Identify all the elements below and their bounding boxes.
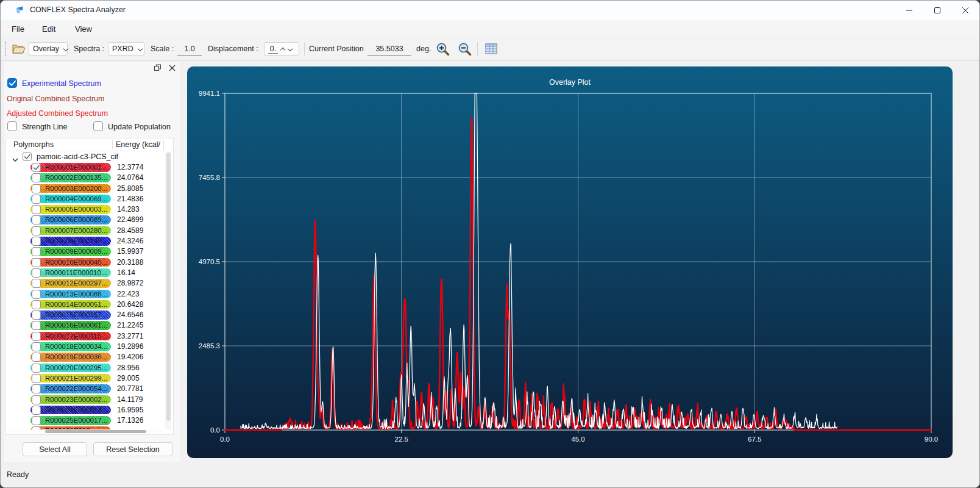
polymorph-row[interactable]: R000004E000069...21.4836: [6, 194, 163, 204]
row-checkbox[interactable]: [32, 205, 41, 214]
row-checkbox[interactable]: [32, 395, 41, 404]
experimental-spectrum-label[interactable]: Experimental Spectrum: [22, 79, 101, 88]
column-energy[interactable]: Energy (kcal/: [116, 140, 160, 149]
experimental-spectrum-checkbox[interactable]: [7, 78, 17, 88]
row-checkbox[interactable]: [32, 247, 41, 256]
column-divider[interactable]: [163, 140, 164, 149]
energy-value: 15.9937: [117, 247, 143, 256]
row-checkbox[interactable]: [32, 237, 41, 246]
polymorph-row[interactable]: R000011E000010...16.14: [6, 268, 163, 278]
displacement-spinner[interactable]: 0.: [264, 42, 299, 56]
toolbar-grip[interactable]: [5, 41, 6, 56]
row-checkbox[interactable]: [32, 300, 41, 309]
chevron-down-icon[interactable]: [288, 46, 293, 51]
polymorph-row[interactable]: R000021E000299...29.005: [6, 373, 163, 384]
scale-input[interactable]: 1.0: [177, 43, 202, 56]
polymorph-row[interactable]: R000002E000135...24.0764: [6, 173, 163, 183]
row-checkbox[interactable]: [32, 310, 41, 320]
polymorph-row[interactable]: R000022E000054...20.7781: [6, 384, 163, 394]
overlay-plot-widget[interactable]: 0.022.545.067.590.00.02485.34970.57455.8…: [187, 66, 953, 458]
overlay-plot[interactable]: 0.022.545.067.590.00.02485.34970.57455.8…: [187, 66, 953, 458]
row-checkbox[interactable]: [32, 406, 41, 415]
row-checkbox[interactable]: [32, 184, 41, 193]
scrollbar-thumb[interactable]: [45, 430, 146, 433]
polymorph-row[interactable]: R000024E000014...16.9595: [6, 405, 163, 415]
polymorph-row[interactable]: R000001E000001...12.3774: [6, 162, 163, 173]
row-checkbox[interactable]: [32, 258, 41, 267]
menu-edit[interactable]: Edit: [38, 23, 59, 35]
displacement-value[interactable]: 0.: [268, 45, 278, 54]
overlay-mode-combo[interactable]: Overlay: [29, 42, 68, 56]
update-population-checkbox[interactable]: [93, 121, 103, 131]
polymorph-row[interactable]: R000009E000009...15.9937: [6, 246, 163, 257]
polymorph-row[interactable]: R000018E000034...19.2896: [6, 342, 163, 352]
polymorph-row[interactable]: R000025E000017...17.1326: [6, 415, 163, 426]
polymorph-row[interactable]: R000006E000089...22.4699: [6, 215, 163, 225]
polymorph-color-chip: R000003E000200...: [30, 184, 111, 193]
row-checkbox[interactable]: [32, 195, 41, 204]
polymorph-color-chip: R000015E000157...: [30, 310, 111, 320]
polymorph-row[interactable]: R000016E000061...21.2245: [6, 320, 163, 331]
adjusted-combined-spectrum-label[interactable]: Adjusted Combined Spectrum: [7, 109, 108, 118]
polymorph-row[interactable]: R000007E000280...28.4589: [6, 226, 163, 236]
row-checkbox[interactable]: [32, 416, 41, 425]
polymorph-row[interactable]: R000019E000036...19.4206: [6, 352, 163, 362]
polymorph-row[interactable]: R000015E000157...24.6546: [6, 310, 163, 320]
column-polymorphs[interactable]: Polymorphs: [13, 140, 54, 149]
polymorph-row[interactable]: R000012E000297...28.9872: [6, 278, 163, 289]
row-checkbox[interactable]: [32, 268, 41, 278]
polymorph-name: R000002E000135...: [45, 174, 107, 181]
group-checkbox[interactable]: [23, 152, 32, 161]
zoom-in-icon[interactable]: [435, 41, 450, 57]
original-combined-spectrum-label[interactable]: Original Combined Spectrum: [7, 95, 105, 103]
open-folder-icon[interactable]: [10, 41, 26, 57]
row-checkbox[interactable]: [32, 226, 41, 235]
row-checkbox[interactable]: [32, 353, 41, 362]
scrollbar-thumb[interactable]: [166, 152, 171, 421]
row-checkbox[interactable]: [32, 364, 41, 373]
chevron-up-icon[interactable]: [280, 46, 285, 51]
row-checkbox[interactable]: [32, 332, 41, 341]
dock-float-icon[interactable]: [152, 63, 163, 73]
polymorph-row[interactable]: R000020E000295...28.956: [6, 363, 163, 373]
polymorph-row[interactable]: R000014E000051...20.6428: [6, 300, 163, 310]
strength-line-checkbox[interactable]: [7, 121, 17, 131]
row-checkbox[interactable]: [32, 321, 41, 330]
polymorph-color-chip: R000017E000115...: [30, 332, 111, 341]
y-tick-label: 7455.8: [199, 174, 220, 181]
polymorph-row[interactable]: R000013E000088...22.423: [6, 289, 163, 300]
polymorph-row[interactable]: R000023E000002...14.1179: [6, 395, 163, 405]
close-button[interactable]: [951, 1, 979, 20]
row-checkbox[interactable]: [32, 279, 41, 288]
spectra-type-combo[interactable]: PXRD: [108, 42, 144, 56]
polymorph-row[interactable]: R000010E000045...20.3188: [6, 257, 163, 268]
menu-file[interactable]: File: [8, 23, 28, 35]
row-checkbox[interactable]: [32, 173, 41, 182]
title-bar[interactable]: CONFLEX Spectra Analyzer: [1, 1, 979, 20]
table-view-icon[interactable]: [483, 41, 499, 57]
minimize-button[interactable]: [895, 1, 923, 20]
select-all-button[interactable]: Select All: [23, 442, 87, 456]
reset-selection-button[interactable]: Reset Selection: [93, 442, 172, 456]
vertical-scrollbar[interactable]: [165, 152, 171, 429]
polymorph-row[interactable]: R000003E000200...25.8085: [6, 184, 163, 194]
row-checkbox[interactable]: [32, 215, 41, 224]
polymorph-name: R000007E000280...: [45, 227, 107, 234]
dock-close-icon[interactable]: [166, 63, 177, 73]
row-checkbox[interactable]: [32, 384, 41, 393]
maximize-button[interactable]: [923, 1, 951, 20]
polymorph-row[interactable]: R000017E000115...23.2771: [6, 331, 163, 342]
polymorph-row[interactable]: R000008E000140...24.3246: [6, 236, 163, 246]
horizontal-scrollbar[interactable]: [7, 429, 163, 434]
menu-view[interactable]: View: [71, 23, 96, 35]
group-row[interactable]: pamoic-acid-c3-PCS_cif: [6, 151, 163, 162]
polymorph-name: R000021E000299...: [45, 375, 107, 382]
row-checkbox[interactable]: [32, 342, 41, 351]
row-checkbox[interactable]: [32, 163, 41, 172]
column-divider[interactable]: [112, 140, 113, 149]
zoom-out-icon[interactable]: [456, 41, 472, 57]
row-checkbox[interactable]: [32, 290, 41, 299]
current-position-input[interactable]: 35.5033: [367, 43, 411, 56]
row-checkbox[interactable]: [32, 374, 41, 383]
polymorph-row[interactable]: R000005E000003...14.283: [6, 204, 163, 215]
